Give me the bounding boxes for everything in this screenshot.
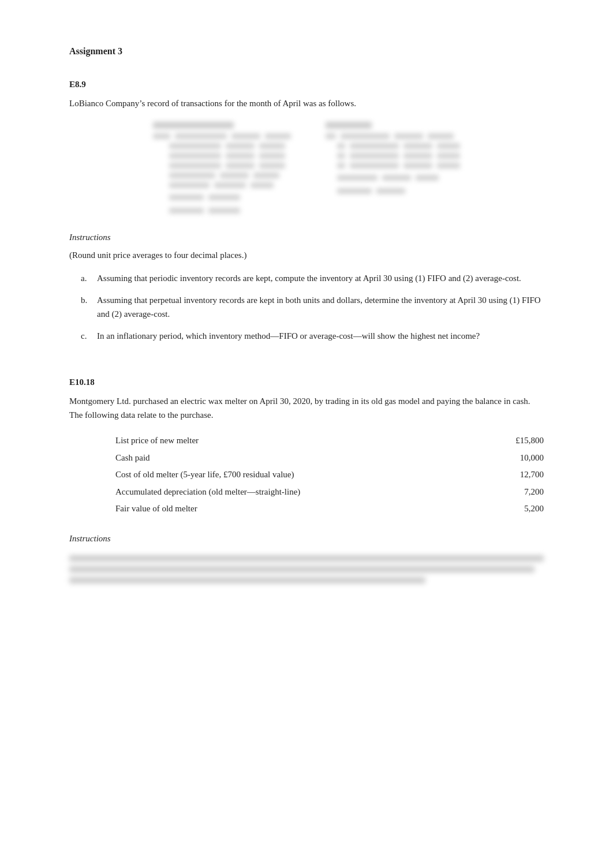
e10-18-instructions-label: Instructions [69,534,544,544]
table-row-3: Accumulated depreciation (old melter—str… [115,485,544,500]
e10-18-blurred-instructions [69,555,544,583]
list-label-c: c. [81,329,90,343]
list-text-a: Assuming that periodic inventory records… [97,271,544,285]
table-value-0: £15,800 [503,433,544,448]
e10-18-data-table: List price of new melter £15,800 Cash pa… [115,433,544,517]
table-label-4: Fair value of old melter [115,502,469,517]
list-item-a: a. Assuming that periodic inventory reco… [81,271,544,285]
table-row-4: Fair value of old melter 5,200 [115,502,544,517]
table-label-1: Cash paid [115,451,469,466]
table-label-2: Cost of old melter (5-year life, £700 re… [115,467,469,482]
table-label-3: Accumulated depreciation (old melter—str… [115,485,469,500]
e10-18-section: E10.18 Montgomery Ltd. purchased an elec… [69,377,544,583]
list-item-c: c. In an inflationary period, which inve… [81,329,544,343]
page-title: Assignment 3 [69,46,544,57]
e8-9-intro: LoBianco Company’s record of transaction… [69,96,544,110]
e8-9-instructions-label: Instructions [69,233,544,242]
table-row-0: List price of new melter £15,800 [115,433,544,448]
table-value-2: 12,700 [503,467,544,482]
e10-18-heading: E10.18 [69,377,544,387]
e8-9-heading: E8.9 [69,80,544,89]
table-row-2: Cost of old melter (5-year life, £700 re… [115,467,544,482]
table-row-1: Cash paid 10,000 [115,451,544,466]
list-label-a: a. [81,271,90,285]
e8-9-round-note: (Round unit price averages to four decim… [69,248,544,262]
e10-18-intro: Montgomery Ltd. purchased an electric wa… [69,394,544,422]
list-text-c: In an inflationary period, which invento… [97,329,544,343]
e8-9-section: E8.9 LoBianco Company’s record of transa… [69,80,544,343]
e8-9-table-blurred [139,122,474,215]
list-text-b: Assuming that perpetual inventory record… [97,293,544,321]
list-item-b: b. Assuming that perpetual inventory rec… [81,293,544,321]
e8-9-list: a. Assuming that periodic inventory reco… [81,271,544,343]
table-value-1: 10,000 [503,451,544,466]
table-value-4: 5,200 [503,502,544,517]
list-label-b: b. [81,293,90,321]
table-label-0: List price of new melter [115,433,469,448]
table-value-3: 7,200 [503,485,544,500]
